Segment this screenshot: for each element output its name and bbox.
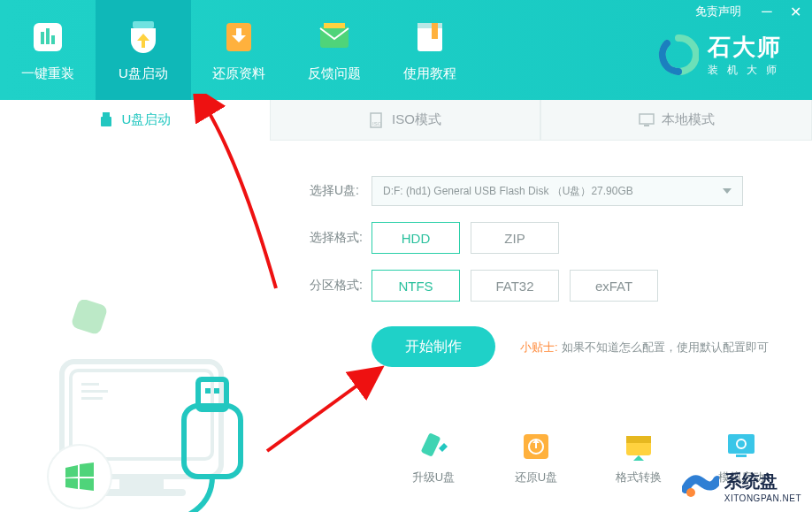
svg-rect-21 <box>81 383 99 386</box>
watermark-title: 系统盘 <box>724 471 778 491</box>
watermark-logo-icon <box>682 468 719 505</box>
nav-label: 一键重装 <box>21 65 74 82</box>
svg-rect-22 <box>81 390 108 393</box>
svg-rect-19 <box>119 477 164 489</box>
tutorial-icon <box>410 18 449 57</box>
partition-option-exfat[interactable]: exFAT <box>570 270 658 302</box>
minimize-button[interactable]: ─ <box>759 4 775 19</box>
tab-local-mode[interactable]: 本地模式 <box>540 100 812 141</box>
svg-rect-27 <box>214 388 219 394</box>
action-label: 还原U盘 <box>515 470 557 485</box>
svg-rect-3 <box>51 35 55 44</box>
close-button[interactable]: ✕ <box>787 4 803 19</box>
nav-restore[interactable]: 还原资料 <box>191 0 287 100</box>
brand-logo-icon <box>658 34 699 75</box>
partition-format-label: 分区格式: <box>310 278 372 294</box>
nav-reinstall[interactable]: 一键重装 <box>0 0 96 100</box>
nav-tutorial[interactable]: 使用教程 <box>382 0 478 100</box>
nav-label: 使用教程 <box>403 65 456 82</box>
start-create-button[interactable]: 开始制作 <box>372 326 495 367</box>
svg-rect-30 <box>421 432 441 457</box>
action-restore-usb[interactable]: 还原U盘 <box>505 431 567 485</box>
monitor-icon <box>639 112 655 128</box>
iso-icon: ISO <box>369 112 385 128</box>
tip-text: 如果不知道怎么配置，使用默认配置即可 <box>562 340 769 354</box>
svg-text:ISO: ISO <box>372 121 382 126</box>
svg-rect-34 <box>626 436 651 443</box>
svg-rect-1 <box>41 32 44 44</box>
tab-label: U盘启动 <box>121 111 171 128</box>
tab-label: ISO模式 <box>392 111 441 128</box>
svg-rect-16 <box>644 125 649 126</box>
top-navbar: 一键重装 U盘启动 还原资料 反馈问题 使用教程 石大师 装机大师 <box>0 0 812 100</box>
brand: 石大师 装机大师 <box>658 32 785 78</box>
svg-rect-36 <box>736 455 747 457</box>
watermark-url: XITONGPAN.NET <box>724 493 801 503</box>
partition-option-fat32[interactable]: FAT32 <box>471 270 559 302</box>
nav-label: U盘启动 <box>119 65 168 82</box>
svg-rect-4 <box>133 21 154 28</box>
content-area: 选择U盘: D:F: (hd1) General USB Flash Disk … <box>0 141 812 512</box>
svg-rect-6 <box>320 27 349 48</box>
svg-rect-10 <box>432 23 438 39</box>
tab-usb-boot[interactable]: U盘启动 <box>0 100 270 141</box>
tab-label: 本地模式 <box>662 111 715 128</box>
partition-option-ntfs[interactable]: NTFS <box>372 270 460 302</box>
window-controls: 免责声明 ─ ✕ <box>695 4 803 19</box>
chevron-down-icon <box>723 188 732 194</box>
brand-title: 石大师 <box>708 32 785 63</box>
svg-rect-20 <box>97 489 186 496</box>
brand-subtitle: 装机大师 <box>708 63 785 78</box>
nav-label: 反馈问题 <box>308 65 361 82</box>
svg-rect-28 <box>71 300 109 335</box>
svg-rect-7 <box>324 23 345 28</box>
format-convert-icon <box>623 431 655 462</box>
nav-usb-boot[interactable]: U盘启动 <box>96 0 191 100</box>
svg-rect-15 <box>640 114 654 124</box>
svg-rect-2 <box>46 28 50 44</box>
action-label: 格式转换 <box>616 470 662 485</box>
svg-rect-35 <box>728 434 755 454</box>
format-option-zip[interactable]: ZIP <box>471 222 559 254</box>
mode-tabs: U盘启动 ISO ISO模式 本地模式 <box>0 100 812 141</box>
usb-select[interactable]: D:F: (hd1) General USB Flash Disk （U盘）27… <box>372 176 743 206</box>
disclaimer-link[interactable]: 免责声明 <box>695 4 741 19</box>
reinstall-icon <box>28 18 67 57</box>
tab-iso-mode[interactable]: ISO ISO模式 <box>270 100 541 141</box>
usb-icon <box>98 111 114 127</box>
select-usb-label: 选择U盘: <box>310 183 372 199</box>
format-option-hdd[interactable]: HDD <box>372 222 460 254</box>
action-format-convert[interactable]: 格式转换 <box>608 431 670 485</box>
usb-shield-icon <box>124 18 163 57</box>
svg-rect-9 <box>417 23 442 28</box>
tip-label: 小贴士: <box>520 340 558 354</box>
upgrade-usb-icon <box>417 431 449 462</box>
select-format-label: 选择格式: <box>310 230 372 246</box>
svg-rect-26 <box>205 388 211 394</box>
svg-rect-11 <box>103 112 110 117</box>
simulate-boot-icon <box>725 431 757 462</box>
nav-label: 还原资料 <box>212 65 265 82</box>
restore-usb-icon <box>520 431 552 462</box>
action-label: 升级U盘 <box>412 470 455 485</box>
feedback-icon <box>315 18 354 57</box>
usb-select-value: D:F: (hd1) General USB Flash Disk （U盘）27… <box>383 184 633 199</box>
action-upgrade-usb[interactable]: 升级U盘 <box>402 431 464 485</box>
svg-rect-23 <box>81 397 103 400</box>
restore-icon <box>219 18 258 57</box>
svg-point-50 <box>686 488 695 497</box>
watermark: 系统盘 XITONGPAN.NET <box>682 468 801 505</box>
usb-illustration <box>35 300 265 512</box>
svg-rect-12 <box>101 117 111 126</box>
nav-feedback[interactable]: 反馈问题 <box>287 0 382 100</box>
